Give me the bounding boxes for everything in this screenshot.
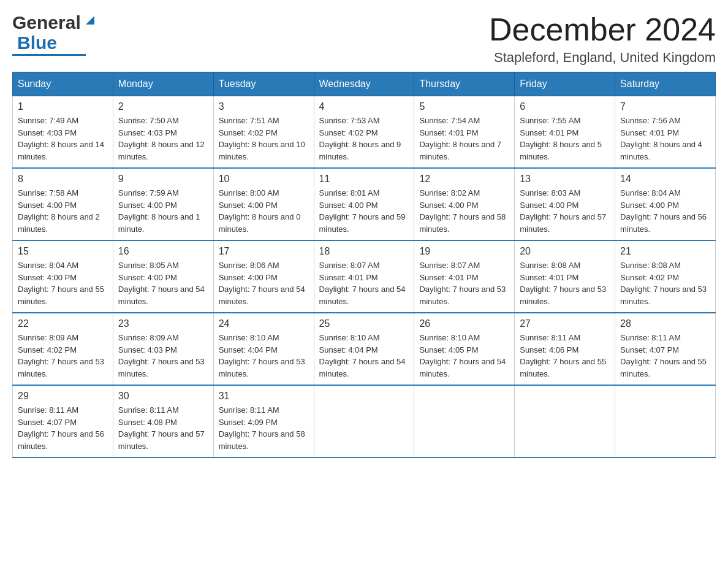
svg-marker-0 bbox=[86, 16, 94, 25]
calendar-cell: 15Sunrise: 8:04 AMSunset: 4:00 PMDayligh… bbox=[13, 240, 113, 313]
day-number: 30 bbox=[118, 391, 208, 402]
day-number: 21 bbox=[620, 246, 710, 257]
calendar-cell: 3Sunrise: 7:51 AMSunset: 4:02 PMDaylight… bbox=[213, 96, 314, 169]
calendar-cell: 13Sunrise: 8:03 AMSunset: 4:00 PMDayligh… bbox=[515, 168, 615, 240]
calendar-week-row: 8Sunrise: 7:58 AMSunset: 4:00 PMDaylight… bbox=[13, 168, 716, 240]
day-info: Sunrise: 8:11 AMSunset: 4:09 PMDaylight:… bbox=[219, 404, 309, 452]
day-info: Sunrise: 8:04 AMSunset: 4:00 PMDaylight:… bbox=[620, 187, 710, 235]
logo-underline bbox=[12, 54, 86, 56]
day-info: Sunrise: 8:01 AMSunset: 4:00 PMDaylight:… bbox=[319, 187, 409, 235]
day-number: 28 bbox=[620, 318, 710, 329]
day-info: Sunrise: 8:11 AMSunset: 4:07 PMDaylight:… bbox=[18, 404, 108, 452]
location-text: Stapleford, England, United Kingdom bbox=[489, 50, 716, 66]
day-info: Sunrise: 8:07 AMSunset: 4:01 PMDaylight:… bbox=[419, 259, 509, 307]
day-info: Sunrise: 8:04 AMSunset: 4:00 PMDaylight:… bbox=[18, 259, 108, 307]
logo-arrow-icon bbox=[83, 13, 97, 29]
day-info: Sunrise: 7:56 AMSunset: 4:01 PMDaylight:… bbox=[620, 115, 710, 163]
calendar-cell: 7Sunrise: 7:56 AMSunset: 4:01 PMDaylight… bbox=[615, 96, 716, 169]
day-number: 17 bbox=[219, 246, 309, 257]
day-info: Sunrise: 8:11 AMSunset: 4:07 PMDaylight:… bbox=[620, 332, 710, 380]
calendar-cell: 23Sunrise: 8:09 AMSunset: 4:03 PMDayligh… bbox=[113, 313, 213, 385]
calendar-cell: 26Sunrise: 8:10 AMSunset: 4:05 PMDayligh… bbox=[414, 313, 515, 385]
calendar-week-row: 29Sunrise: 8:11 AMSunset: 4:07 PMDayligh… bbox=[13, 385, 716, 458]
day-info: Sunrise: 7:50 AMSunset: 4:03 PMDaylight:… bbox=[118, 115, 208, 163]
day-number: 19 bbox=[419, 246, 509, 257]
calendar-header-thursday: Thursday bbox=[414, 72, 515, 96]
day-number: 1 bbox=[18, 101, 108, 112]
calendar-cell bbox=[314, 385, 414, 458]
calendar-cell: 8Sunrise: 7:58 AMSunset: 4:00 PMDaylight… bbox=[13, 168, 113, 240]
day-number: 7 bbox=[620, 101, 710, 112]
calendar-cell: 27Sunrise: 8:11 AMSunset: 4:06 PMDayligh… bbox=[515, 313, 615, 385]
day-info: Sunrise: 8:08 AMSunset: 4:02 PMDaylight:… bbox=[620, 259, 710, 307]
day-number: 22 bbox=[18, 318, 108, 329]
day-number: 5 bbox=[419, 101, 509, 112]
day-info: Sunrise: 7:55 AMSunset: 4:01 PMDaylight:… bbox=[520, 115, 610, 163]
day-number: 14 bbox=[620, 174, 710, 185]
calendar-cell: 11Sunrise: 8:01 AMSunset: 4:00 PMDayligh… bbox=[314, 168, 414, 240]
day-info: Sunrise: 8:10 AMSunset: 4:04 PMDaylight:… bbox=[219, 332, 309, 380]
logo: General Blue bbox=[12, 12, 97, 56]
calendar-cell: 20Sunrise: 8:08 AMSunset: 4:01 PMDayligh… bbox=[515, 240, 615, 313]
calendar-cell: 2Sunrise: 7:50 AMSunset: 4:03 PMDaylight… bbox=[113, 96, 213, 169]
calendar-cell bbox=[515, 385, 615, 458]
calendar-week-row: 1Sunrise: 7:49 AMSunset: 4:03 PMDaylight… bbox=[13, 96, 716, 169]
calendar-cell: 12Sunrise: 8:02 AMSunset: 4:00 PMDayligh… bbox=[414, 168, 515, 240]
day-number: 9 bbox=[118, 174, 208, 185]
logo-blue-text: Blue bbox=[17, 33, 57, 53]
day-info: Sunrise: 8:09 AMSunset: 4:03 PMDaylight:… bbox=[118, 332, 208, 380]
calendar-cell: 4Sunrise: 7:53 AMSunset: 4:02 PMDaylight… bbox=[314, 96, 414, 169]
calendar-cell: 21Sunrise: 8:08 AMSunset: 4:02 PMDayligh… bbox=[615, 240, 716, 313]
calendar-header-sunday: Sunday bbox=[13, 72, 113, 96]
day-info: Sunrise: 8:06 AMSunset: 4:00 PMDaylight:… bbox=[219, 259, 309, 307]
day-info: Sunrise: 7:53 AMSunset: 4:02 PMDaylight:… bbox=[319, 115, 409, 163]
day-info: Sunrise: 8:10 AMSunset: 4:04 PMDaylight:… bbox=[319, 332, 409, 380]
calendar-header-monday: Monday bbox=[113, 72, 213, 96]
day-number: 12 bbox=[419, 174, 509, 185]
day-number: 27 bbox=[520, 318, 610, 329]
logo-general-text: General bbox=[12, 12, 81, 33]
day-number: 16 bbox=[118, 246, 208, 257]
calendar-cell: 19Sunrise: 8:07 AMSunset: 4:01 PMDayligh… bbox=[414, 240, 515, 313]
calendar-cell: 22Sunrise: 8:09 AMSunset: 4:02 PMDayligh… bbox=[13, 313, 113, 385]
calendar-cell: 14Sunrise: 8:04 AMSunset: 4:00 PMDayligh… bbox=[615, 168, 716, 240]
calendar-header-wednesday: Wednesday bbox=[314, 72, 414, 96]
calendar-cell: 24Sunrise: 8:10 AMSunset: 4:04 PMDayligh… bbox=[213, 313, 314, 385]
calendar-cell: 28Sunrise: 8:11 AMSunset: 4:07 PMDayligh… bbox=[615, 313, 716, 385]
day-number: 10 bbox=[219, 174, 309, 185]
calendar-cell: 25Sunrise: 8:10 AMSunset: 4:04 PMDayligh… bbox=[314, 313, 414, 385]
page-header: General Blue December 2024 Stapleford, E… bbox=[12, 12, 716, 66]
day-number: 13 bbox=[520, 174, 610, 185]
day-info: Sunrise: 7:51 AMSunset: 4:02 PMDaylight:… bbox=[219, 115, 309, 163]
day-info: Sunrise: 8:10 AMSunset: 4:05 PMDaylight:… bbox=[419, 332, 509, 380]
calendar-cell: 18Sunrise: 8:07 AMSunset: 4:01 PMDayligh… bbox=[314, 240, 414, 313]
day-number: 4 bbox=[319, 101, 409, 112]
day-number: 6 bbox=[520, 101, 610, 112]
calendar-cell: 31Sunrise: 8:11 AMSunset: 4:09 PMDayligh… bbox=[213, 385, 314, 458]
day-info: Sunrise: 7:58 AMSunset: 4:00 PMDaylight:… bbox=[18, 187, 108, 235]
calendar-cell: 16Sunrise: 8:05 AMSunset: 4:00 PMDayligh… bbox=[113, 240, 213, 313]
calendar-header-saturday: Saturday bbox=[615, 72, 716, 96]
day-number: 23 bbox=[118, 318, 208, 329]
day-number: 18 bbox=[319, 246, 409, 257]
day-number: 20 bbox=[520, 246, 610, 257]
day-info: Sunrise: 8:02 AMSunset: 4:00 PMDaylight:… bbox=[419, 187, 509, 235]
day-info: Sunrise: 8:11 AMSunset: 4:08 PMDaylight:… bbox=[118, 404, 208, 452]
day-info: Sunrise: 7:54 AMSunset: 4:01 PMDaylight:… bbox=[419, 115, 509, 163]
calendar-week-row: 15Sunrise: 8:04 AMSunset: 4:00 PMDayligh… bbox=[13, 240, 716, 313]
day-info: Sunrise: 8:07 AMSunset: 4:01 PMDaylight:… bbox=[319, 259, 409, 307]
calendar-header-tuesday: Tuesday bbox=[213, 72, 314, 96]
calendar-cell: 6Sunrise: 7:55 AMSunset: 4:01 PMDaylight… bbox=[515, 96, 615, 169]
day-number: 26 bbox=[419, 318, 509, 329]
day-info: Sunrise: 7:49 AMSunset: 4:03 PMDaylight:… bbox=[18, 115, 108, 163]
day-number: 8 bbox=[18, 174, 108, 185]
day-number: 24 bbox=[219, 318, 309, 329]
calendar-cell: 10Sunrise: 8:00 AMSunset: 4:00 PMDayligh… bbox=[213, 168, 314, 240]
calendar-cell bbox=[414, 385, 515, 458]
day-info: Sunrise: 8:11 AMSunset: 4:06 PMDaylight:… bbox=[520, 332, 610, 380]
calendar-cell: 30Sunrise: 8:11 AMSunset: 4:08 PMDayligh… bbox=[113, 385, 213, 458]
calendar-week-row: 22Sunrise: 8:09 AMSunset: 4:02 PMDayligh… bbox=[13, 313, 716, 385]
day-info: Sunrise: 8:09 AMSunset: 4:02 PMDaylight:… bbox=[18, 332, 108, 380]
day-number: 31 bbox=[219, 391, 309, 402]
calendar-cell: 9Sunrise: 7:59 AMSunset: 4:00 PMDaylight… bbox=[113, 168, 213, 240]
